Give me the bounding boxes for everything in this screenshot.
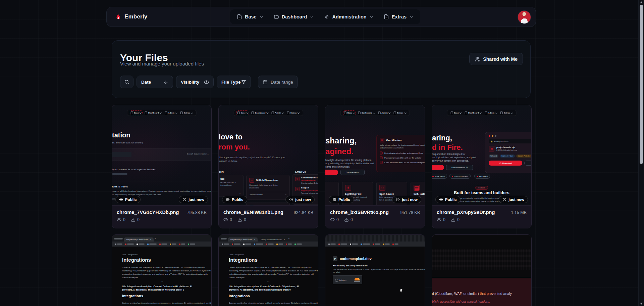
thumb-lead: to reach us below.	[219, 160, 237, 162]
file-card-info: chrome_8ENIW81nb1.png 924.84 KB 0 0	[219, 205, 318, 228]
cloudflare-widget: Verifying...	[333, 275, 362, 284]
file-card[interactable]: P codemeapixel.dev Performing security v…	[325, 234, 425, 306]
file-name: chrome_bxISBvRtKo.png	[330, 210, 389, 215]
chevron-down-icon	[310, 15, 314, 19]
thumb-lead: serve your content with confidence.	[432, 160, 469, 162]
files-grid-row-1: Base Dashboard Admin Extras tation es, a…	[112, 105, 532, 228]
thumb-lead: ring and short links designed for	[432, 153, 465, 155]
file-name: chrome_pXr6pySeDr.png	[437, 210, 495, 215]
thumb-section: port	[219, 170, 224, 173]
thumb-lead: dback, partnership inquiries, or just wa…	[219, 156, 285, 159]
upload-time-badge: just now	[179, 196, 208, 203]
file-thumbnail: Base Dashboard Admin Extras aring, d in …	[432, 105, 531, 206]
eye-icon	[223, 217, 228, 222]
github-icon: ⌂	[249, 178, 254, 183]
download-icon	[344, 217, 349, 222]
thumb-para: embedding detection into agents and pipe…	[122, 273, 208, 275]
file-card[interactable]: Base Dashboard Admin Extras aring, d in …	[432, 105, 532, 228]
thumb-h2: Integrations	[122, 294, 143, 298]
nav-item-dashboard[interactable]: Dashboard	[269, 11, 319, 23]
thumb-para: Cadence provides four integration surfac…	[229, 266, 311, 268]
thumb-body: mparing all Emberly upload integrations.…	[112, 190, 211, 192]
thumb-mini-navbar: Base Dashboard Admin Extras	[234, 110, 303, 116]
nav-item-extras[interactable]: Extras	[379, 11, 418, 23]
search-button[interactable]	[120, 76, 133, 88]
file-size: 924.84 KB	[294, 210, 313, 215]
clock-icon	[182, 198, 186, 202]
thumb-nav-extras: Extras	[394, 112, 406, 114]
sort-date-button[interactable]: Date	[137, 76, 173, 88]
nav-item-base[interactable]: Base	[232, 11, 268, 23]
date-range-label: Date range	[271, 80, 293, 85]
file-size: 795.88 KB	[187, 210, 207, 215]
file-card-info: chrome_pXr6pySeDr.png 1.15 MB 0 0	[432, 205, 531, 228]
clock-icon	[289, 198, 293, 202]
clock-icon	[502, 198, 506, 202]
page-scrollbar[interactable]	[638, 0, 644, 306]
thumb-issues-card: ues request features, or the codebase. ⌄	[219, 175, 244, 196]
file-thumbnail: d (Cloudflare, WAF, or similar) that pre…	[432, 235, 531, 306]
thumb-browser-tabs	[325, 235, 425, 242]
download-count: 0	[451, 217, 460, 222]
download-icon	[131, 217, 136, 222]
scrollbar-up-icon[interactable]	[640, 1, 643, 3]
folder-icon	[274, 14, 279, 19]
thumb-text-blob	[354, 281, 360, 282]
mock-copy-button: Cop	[524, 161, 531, 166]
view-count: 0	[117, 217, 125, 222]
eye-icon	[117, 217, 121, 222]
page-subtitle: View and manage your uploaded files	[120, 61, 204, 67]
thumb-intro: ly and some of its most important featur…	[112, 168, 156, 171]
file-card[interactable]: Integrations | Cadence Doc× Sentry: code…	[218, 234, 318, 306]
brand-logo[interactable]: Emberly	[114, 7, 148, 27]
file-card[interactable]: Base Dashboard Admin Extras tation es, a…	[112, 105, 212, 228]
thumb-heading-red: rom you.	[219, 143, 250, 151]
thumb-breadcrumb: Docs › Integrations	[229, 254, 244, 256]
visibility-badge: Public	[222, 196, 247, 203]
thumb-built-lead: rations, custom domains, usage controls,…	[458, 200, 505, 202]
file-type-filter-button[interactable]: File Type	[217, 76, 251, 88]
thumb-doc-button: Documentation	[340, 170, 365, 175]
code-icon	[379, 185, 385, 191]
file-thumbnail: Base Dashboard Admin Extras love to rom …	[219, 105, 318, 206]
thumb-nav-dashboard: Dashboard	[465, 112, 481, 114]
file-card[interactable]: Integrations | Cadence Doc× + Docs › Int…	[112, 234, 212, 306]
user-avatar[interactable]	[518, 10, 531, 24]
thumb-chip: Custom Domains	[449, 174, 471, 179]
thumb-h1: Integrations	[229, 257, 258, 263]
gear-icon	[324, 14, 329, 19]
file-card[interactable]: d (Cloudflare, WAF, or similar) that pre…	[432, 234, 532, 306]
thumb-nav-admin: Admin	[378, 112, 390, 114]
globe-icon	[119, 198, 123, 202]
thumb-section: ions & Tools	[112, 185, 128, 188]
thumb-cta-button: →	[325, 170, 338, 175]
download-icon	[451, 217, 455, 222]
file-size: 1.15 MB	[511, 210, 527, 215]
thumb-github-card: ⌂ GitHub Discussions Community help, ide…	[246, 175, 290, 200]
thumb-bookmarks-bar	[219, 242, 318, 247]
clock-icon	[396, 198, 400, 202]
visibility-filter-button[interactable]: Visibility	[176, 76, 214, 88]
scrollbar-thumb[interactable]	[640, 5, 643, 164]
browser-tab: Sentry: codemeapixel.dev×	[259, 237, 287, 242]
download-count: 0	[344, 217, 353, 222]
file-card[interactable]: Base Dashboard Admin Extras sharing, agi…	[325, 105, 425, 228]
nav-item-label: Base	[245, 14, 257, 19]
nav-menu: Base Dashboard Administration Extras	[230, 9, 420, 24]
thumb-body: nd help choosing the right integration f…	[112, 193, 162, 195]
file-card[interactable]: Base Dashboard Admin Extras love to rom …	[218, 105, 318, 228]
globe-icon	[226, 198, 230, 202]
heart-icon	[380, 138, 384, 142]
bolt-icon	[345, 185, 351, 191]
thumb-nav-dashboard: Dashboard	[358, 112, 375, 114]
nav-item-administration[interactable]: Administration	[319, 11, 378, 23]
thumb-features-pill: Features	[475, 186, 488, 190]
shared-with-me-button[interactable]: Shared with Me	[469, 53, 523, 65]
thumb-heading-red: agined.	[325, 147, 354, 156]
thumb-mini-navbar: Base Dashboard Admin Extras	[127, 110, 197, 116]
mail-icon: ✉	[295, 187, 300, 191]
date-range-button[interactable]: Date range	[258, 76, 298, 88]
scrollbar-down-icon[interactable]	[640, 303, 643, 305]
file-thumbnail: Integrations | Cadence Doc× Sentry: code…	[219, 235, 318, 306]
mock-filename: project-assets.zip	[496, 146, 517, 148]
